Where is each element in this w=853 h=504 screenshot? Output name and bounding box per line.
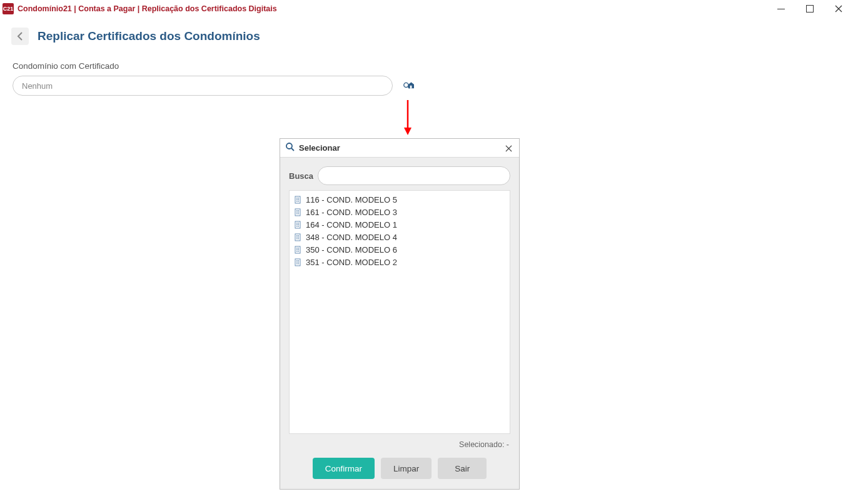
svg-rect-43	[298, 249, 300, 251]
list-item[interactable]: 116 - COND. MODELO 5	[292, 193, 507, 206]
dialog-header: Selecionar	[280, 139, 519, 158]
dialog-search-row: Busca	[280, 158, 519, 190]
back-button[interactable]	[11, 28, 29, 45]
svg-rect-29	[298, 224, 300, 226]
svg-rect-13	[298, 198, 300, 199]
svg-rect-37	[296, 238, 298, 239]
lookup-condo-icon[interactable]	[403, 79, 414, 93]
svg-rect-36	[298, 237, 300, 238]
dialog-button-row: Confirmar Limpar Sair	[280, 449, 519, 489]
svg-rect-18	[295, 209, 300, 216]
list-item[interactable]: 348 - COND. MODELO 4	[292, 231, 507, 243]
window-controls	[767, 0, 853, 18]
svg-rect-52	[298, 263, 300, 265]
building-icon	[293, 233, 302, 241]
svg-rect-35	[296, 237, 298, 238]
maximize-button[interactable]	[795, 0, 824, 18]
page-title: Replicar Certificados dos Condomínios	[38, 29, 260, 43]
certificate-field-row	[13, 76, 853, 96]
svg-line-8	[291, 148, 294, 151]
dialog-close-button[interactable]	[502, 141, 515, 155]
list-item[interactable]: 161 - COND. MODELO 3	[292, 206, 507, 218]
building-icon	[293, 220, 302, 229]
svg-point-7	[286, 143, 292, 149]
dialog-selected-label: Selecionado: -	[280, 434, 519, 449]
svg-rect-48	[298, 260, 300, 261]
building-icon	[293, 245, 302, 254]
svg-rect-24	[298, 213, 300, 214]
svg-rect-14	[296, 199, 298, 201]
svg-rect-11	[295, 196, 300, 203]
list-item[interactable]: 164 - COND. MODELO 1	[292, 218, 507, 231]
svg-rect-33	[296, 235, 298, 236]
list-item-label: 350 - COND. MODELO 6	[306, 245, 397, 255]
list-item[interactable]: 350 - COND. MODELO 6	[292, 243, 507, 256]
svg-rect-41	[298, 248, 300, 249]
svg-rect-31	[298, 226, 300, 227]
window-title: Condomínio21 | Contas a Pagar | Replicaç…	[18, 4, 277, 13]
svg-rect-12	[296, 198, 298, 199]
clear-button[interactable]: Limpar	[381, 458, 432, 479]
certificate-field-label: Condomínio com Certificado	[13, 61, 853, 71]
svg-rect-44	[296, 251, 298, 252]
list-item-label: 348 - COND. MODELO 4	[306, 233, 397, 242]
confirm-button[interactable]: Confirmar	[313, 458, 375, 479]
svg-rect-15	[298, 199, 300, 201]
building-icon	[293, 258, 302, 266]
list-item-label: 161 - COND. MODELO 3	[306, 208, 397, 217]
list-item-label: 351 - COND. MODELO 2	[306, 258, 397, 267]
exit-button[interactable]: Sair	[438, 458, 487, 479]
svg-rect-32	[295, 234, 300, 241]
select-dialog: Selecionar Busca 116 - COND. MODELO 5161…	[280, 138, 520, 490]
svg-rect-27	[298, 223, 300, 224]
svg-rect-51	[296, 263, 298, 265]
list-item-label: 164 - COND. MODELO 1	[306, 220, 397, 229]
svg-rect-45	[298, 251, 300, 252]
svg-point-2	[404, 83, 408, 87]
building-icon	[293, 208, 302, 216]
page-header: Replicar Certificados dos Condomínios	[11, 28, 853, 45]
svg-rect-40	[296, 248, 298, 249]
list-item-label: 116 - COND. MODELO 5	[306, 195, 397, 204]
svg-rect-4	[410, 86, 412, 89]
list-item[interactable]: 351 - COND. MODELO 2	[292, 256, 507, 268]
svg-rect-39	[295, 246, 300, 253]
svg-rect-42	[296, 249, 298, 251]
svg-rect-21	[296, 212, 298, 213]
certificate-input[interactable]	[13, 76, 393, 96]
svg-rect-16	[296, 201, 298, 202]
svg-rect-20	[298, 210, 300, 211]
svg-rect-23	[296, 213, 298, 214]
form-area: Condomínio com Certificado	[13, 61, 853, 96]
building-icon	[293, 195, 302, 204]
svg-rect-19	[296, 210, 298, 211]
app-icon: C21	[3, 3, 14, 14]
svg-rect-38	[298, 238, 300, 239]
minimize-button[interactable]	[767, 0, 795, 18]
dialog-title: Selecionar	[299, 143, 340, 153]
svg-rect-26	[296, 223, 298, 224]
svg-rect-28	[296, 224, 298, 226]
svg-rect-34	[298, 235, 300, 236]
svg-rect-46	[295, 259, 300, 266]
arrow-annotation-icon	[403, 100, 412, 138]
title-bar: C21 Condomínio21 | Contas a Pagar | Repl…	[0, 0, 853, 18]
svg-rect-22	[298, 212, 300, 213]
svg-rect-50	[298, 262, 300, 263]
svg-rect-17	[298, 201, 300, 202]
svg-rect-30	[296, 226, 298, 227]
svg-rect-49	[296, 262, 298, 263]
close-window-button[interactable]	[824, 0, 853, 18]
dialog-list: 116 - COND. MODELO 5161 - COND. MODELO 3…	[289, 190, 510, 434]
svg-marker-6	[404, 128, 411, 135]
dialog-search-label: Busca	[289, 171, 318, 181]
svg-rect-47	[296, 260, 298, 261]
search-icon	[285, 142, 295, 154]
dialog-search-input[interactable]	[318, 166, 510, 185]
svg-rect-25	[295, 221, 300, 228]
